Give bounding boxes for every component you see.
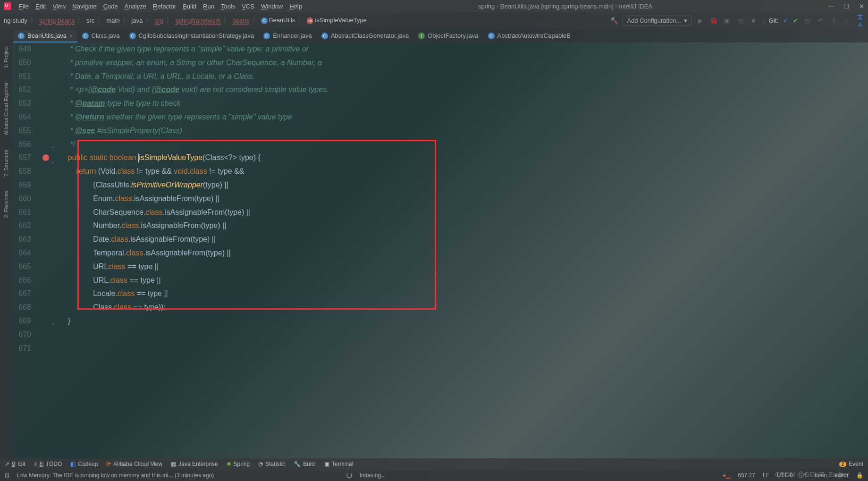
lock-icon[interactable]: 🔒 [856, 472, 863, 479]
code-line[interactable]: 655 * @see #isSimpleProperty(Class) [12, 124, 868, 138]
breakpoint-icon[interactable] [42, 154, 49, 161]
gutter[interactable] [41, 83, 59, 97]
code-text[interactable]: * <p>{@code Void} and {@code void} are n… [59, 83, 329, 97]
line-number[interactable]: 651 [12, 70, 41, 84]
tool-spring[interactable]: ✱Spring [227, 461, 250, 467]
code-line[interactable]: 670 [12, 328, 868, 342]
code-text[interactable]: */ [59, 138, 75, 152]
breadcrumb-main[interactable]: main [106, 17, 119, 24]
breadcrumb[interactable]: ng-study〉spring-beans〉src〉main〉java〉org〉… [4, 16, 367, 25]
code-text[interactable]: Temporal.class.isAssignableFrom(type) || [59, 246, 231, 260]
run-icon[interactable]: ▶ [696, 17, 705, 24]
line-number[interactable]: 661 [12, 206, 41, 219]
code-line[interactable]: 668 Class.class == type)); [12, 301, 868, 314]
code-line[interactable]: 662 Number.class.isAssignableFrom(type) … [12, 219, 868, 233]
line-number[interactable]: 663 [12, 233, 41, 246]
code-text[interactable]: return (Void.class != type && void.class… [59, 165, 244, 178]
code-line[interactable]: 665 URI.class == type || [12, 260, 868, 274]
menu-refactor[interactable]: Refactor [153, 3, 176, 10]
gutter[interactable] [41, 233, 59, 246]
gutter[interactable] [41, 110, 59, 124]
code-line[interactable]: 657⌄ public static boolean isSimpleValue… [12, 151, 868, 165]
stop-icon[interactable]: ■ [749, 17, 758, 24]
tool-9-git[interactable]: ↗9: Git [5, 461, 25, 467]
tab-Enhancer.java[interactable]: CEnhancer.java [259, 30, 316, 42]
gutter[interactable] [41, 70, 59, 84]
close-tab-icon[interactable]: × [69, 33, 72, 39]
gutter[interactable] [41, 301, 59, 314]
gutter[interactable] [41, 97, 59, 110]
gutter[interactable] [41, 178, 59, 192]
gutter[interactable]: ⌃ [41, 314, 59, 328]
code-line[interactable]: 652 * <p>{@code Void} and {@code void} a… [12, 83, 868, 97]
maximize-icon[interactable]: ❐ [844, 3, 850, 10]
line-number[interactable]: 670 [12, 328, 41, 342]
coverage-icon[interactable]: ▣ [723, 17, 731, 24]
line-number[interactable]: 667 [12, 287, 41, 301]
code-text[interactable]: * @return whether the given type represe… [59, 110, 292, 124]
menu-edit[interactable]: Edit [35, 3, 46, 10]
menu-file[interactable]: File [19, 3, 29, 10]
event-log[interactable]: 2Event [839, 461, 863, 467]
code-text[interactable]: (ClassUtils.isPrimitiveOrWrapper(type) |… [59, 178, 228, 192]
code-text[interactable]: CharSequence.class.isAssignableFrom(type… [59, 206, 250, 219]
tool-terminal[interactable]: ▣Terminal [324, 461, 353, 467]
line-separator[interactable]: LF [763, 472, 769, 479]
tool-window-1-project[interactable]: 1: Project [3, 46, 9, 68]
git-history-icon[interactable]: ◷ [803, 17, 811, 24]
tab-AbstractAutowireCapableB[interactable]: CAbstractAutowireCapableB [483, 30, 575, 42]
code-text[interactable]: * Date, a Temporal, a URI, a URL, a Loca… [59, 70, 255, 84]
line-number[interactable]: 653 [12, 97, 41, 110]
gutter[interactable] [41, 192, 59, 206]
code-text[interactable]: Number.class.isAssignableFrom(type) || [59, 219, 226, 233]
tool-statistic[interactable]: ◔Statistic [258, 461, 285, 467]
code-line[interactable]: 666 URL.class == type || [12, 274, 868, 287]
search-everywhere-icon[interactable]: ⌕ [843, 17, 851, 24]
breadcrumb-BeanUtils[interactable]: CBeanUtils [261, 17, 295, 24]
tab-BeanUtils.java[interactable]: CBeanUtils.java× [13, 30, 77, 42]
gutter[interactable] [41, 124, 59, 138]
menu-analyze[interactable]: Analyze [125, 3, 146, 10]
code-text[interactable]: * Check if the given type represents a "… [59, 42, 309, 56]
line-number[interactable]: 668 [12, 301, 41, 314]
close-icon[interactable]: ✕ [859, 3, 864, 10]
code-line[interactable]: 663 Date.class.isAssignableFrom(type) || [12, 233, 868, 246]
gutter[interactable] [41, 274, 59, 287]
gutter[interactable] [41, 219, 59, 233]
minimize-icon[interactable]: — [828, 3, 834, 10]
line-number[interactable]: 664 [12, 246, 41, 260]
line-number[interactable]: 652 [12, 83, 41, 97]
code-line[interactable]: 667 Locale.class == type || [12, 287, 868, 301]
gutter[interactable] [41, 206, 59, 219]
code-text[interactable]: } [59, 314, 70, 328]
line-number[interactable]: 654 [12, 110, 41, 124]
code-text[interactable]: * @see #isSimpleProperty(Class) [59, 124, 182, 138]
line-number[interactable]: 671 [12, 342, 41, 355]
debug-icon[interactable]: 🐞 [709, 17, 718, 24]
code-text[interactable]: Class.class == type)); [59, 301, 166, 314]
code-line[interactable]: 664 Temporal.class.isAssignableFrom(type… [12, 246, 868, 260]
code-line[interactable]: 669⌃ } [12, 314, 868, 328]
breadcrumb-org[interactable]: org [154, 17, 163, 24]
line-number[interactable]: 662 [12, 219, 41, 233]
gutter[interactable] [41, 328, 59, 342]
gutter[interactable]: ⌄ [41, 151, 59, 165]
code-line[interactable]: 661 CharSequence.class.isAssignableFrom(… [12, 206, 868, 219]
code-line[interactable]: 671 [12, 342, 868, 355]
code-line[interactable]: 650 * primitive wrapper, an enum, a Stri… [12, 56, 868, 70]
line-number[interactable]: 665 [12, 260, 41, 274]
tab-Class.java[interactable]: CClass.java [77, 30, 125, 42]
menu-build[interactable]: Build [183, 3, 196, 10]
breadcrumb-isSimpleValueType[interactable]: misSimpleValueType [307, 17, 367, 24]
build-icon[interactable]: 🔨 [610, 17, 618, 24]
profile-icon[interactable]: ◷ [736, 17, 744, 24]
menu-window[interactable]: Window [261, 3, 283, 10]
tool-6-todo[interactable]: ≡6: TODO [34, 461, 62, 467]
breadcrumb-java[interactable]: java [132, 17, 143, 24]
code-line[interactable]: 658 return (Void.class != type && void.c… [12, 165, 868, 178]
tool-alibaba-cloud-view[interactable]: ⟳Alibaba Cloud View [106, 461, 162, 467]
line-number[interactable]: 656 [12, 138, 41, 152]
tab-CglibSubclassingInstantiationStrategy.java[interactable]: CCglibSubclassingInstantiationStrategy.j… [125, 30, 259, 42]
code-text[interactable]: public static boolean isSimpleValueType(… [59, 151, 261, 165]
git-rollback-icon[interactable]: ↶ [816, 17, 825, 24]
